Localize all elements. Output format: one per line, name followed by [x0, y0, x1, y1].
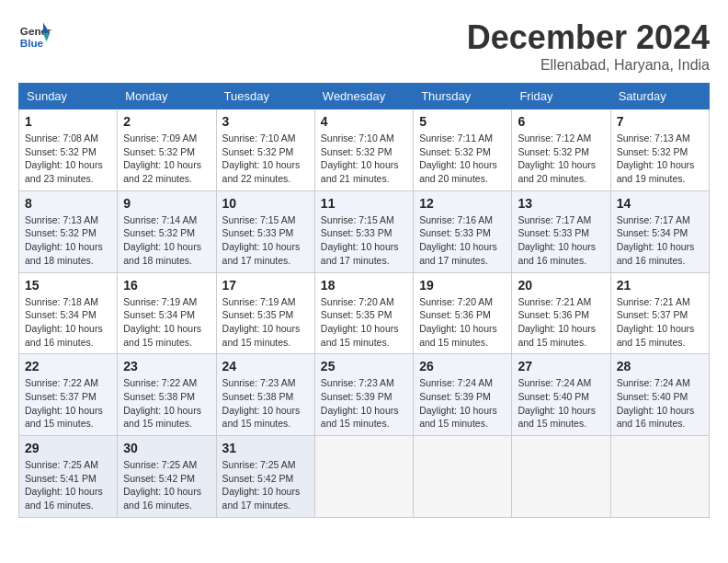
day-info: Sunrise: 7:15 AM Sunset: 5:33 PM Dayligh…: [321, 213, 407, 268]
svg-marker-3: [43, 33, 50, 41]
calendar-cell: 27Sunrise: 7:24 AM Sunset: 5:40 PM Dayli…: [512, 354, 610, 436]
calendar-cell: 25Sunrise: 7:23 AM Sunset: 5:39 PM Dayli…: [314, 354, 413, 436]
calendar-table: SundayMondayTuesdayWednesdayThursdayFrid…: [18, 83, 710, 518]
day-info: Sunrise: 7:18 AM Sunset: 5:34 PM Dayligh…: [25, 295, 111, 350]
calendar-cell: 3Sunrise: 7:10 AM Sunset: 5:32 PM Daylig…: [216, 109, 314, 191]
day-info: Sunrise: 7:22 AM Sunset: 5:37 PM Dayligh…: [25, 376, 111, 431]
day-number: 31: [222, 441, 309, 455]
weekday-header-monday: Monday: [118, 84, 216, 109]
day-info: Sunrise: 7:25 AM Sunset: 5:42 PM Dayligh…: [123, 458, 210, 512]
day-info: Sunrise: 7:21 AM Sunset: 5:37 PM Dayligh…: [617, 295, 703, 350]
day-info: Sunrise: 7:11 AM Sunset: 5:32 PM Dayligh…: [419, 132, 506, 186]
day-number: 3: [222, 114, 309, 129]
calendar-cell: 11Sunrise: 7:15 AM Sunset: 5:33 PM Dayli…: [314, 190, 413, 272]
calendar-cell: 22Sunrise: 7:22 AM Sunset: 5:37 PM Dayli…: [19, 354, 118, 436]
calendar-cell: 4Sunrise: 7:10 AM Sunset: 5:32 PM Daylig…: [314, 109, 413, 191]
day-number: 8: [25, 196, 111, 211]
calendar-cell: 5Sunrise: 7:11 AM Sunset: 5:32 PM Daylig…: [414, 109, 512, 191]
weekday-header-sunday: Sunday: [19, 84, 118, 109]
day-info: Sunrise: 7:12 AM Sunset: 5:32 PM Dayligh…: [518, 132, 604, 186]
calendar-cell: 28Sunrise: 7:24 AM Sunset: 5:40 PM Dayli…: [610, 354, 709, 436]
weekday-header-row: SundayMondayTuesdayWednesdayThursdayFrid…: [19, 84, 710, 109]
title-area: December 2024 Ellenabad, Haryana, India: [467, 18, 710, 74]
logo-icon: General Blue: [18, 18, 51, 52]
calendar-cell: 29Sunrise: 7:25 AM Sunset: 5:41 PM Dayli…: [19, 436, 118, 518]
calendar-cell: 8Sunrise: 7:13 AM Sunset: 5:32 PM Daylig…: [19, 190, 118, 272]
calendar-cell: [414, 436, 512, 518]
calendar-cell: 9Sunrise: 7:14 AM Sunset: 5:32 PM Daylig…: [118, 190, 216, 272]
calendar-cell: 14Sunrise: 7:17 AM Sunset: 5:34 PM Dayli…: [610, 190, 709, 272]
weekday-header-saturday: Saturday: [610, 84, 709, 109]
day-info: Sunrise: 7:23 AM Sunset: 5:38 PM Dayligh…: [222, 376, 309, 431]
day-number: 10: [222, 196, 309, 211]
day-number: 7: [617, 114, 703, 129]
calendar-week-row: 22Sunrise: 7:22 AM Sunset: 5:37 PM Dayli…: [19, 354, 710, 436]
day-number: 30: [123, 441, 210, 455]
calendar-week-row: 8Sunrise: 7:13 AM Sunset: 5:32 PM Daylig…: [19, 190, 710, 272]
day-number: 4: [321, 114, 407, 129]
day-info: Sunrise: 7:09 AM Sunset: 5:32 PM Dayligh…: [123, 132, 210, 186]
day-info: Sunrise: 7:17 AM Sunset: 5:34 PM Dayligh…: [617, 213, 703, 268]
day-info: Sunrise: 7:10 AM Sunset: 5:32 PM Dayligh…: [321, 132, 407, 186]
day-number: 9: [123, 196, 210, 211]
day-number: 20: [518, 278, 604, 293]
day-info: Sunrise: 7:08 AM Sunset: 5:32 PM Dayligh…: [25, 132, 111, 186]
calendar-cell: [610, 436, 709, 518]
calendar-week-row: 1Sunrise: 7:08 AM Sunset: 5:32 PM Daylig…: [19, 109, 710, 191]
day-info: Sunrise: 7:22 AM Sunset: 5:38 PM Dayligh…: [123, 376, 210, 431]
calendar-week-row: 29Sunrise: 7:25 AM Sunset: 5:41 PM Dayli…: [19, 436, 710, 518]
calendar-cell: 1Sunrise: 7:08 AM Sunset: 5:32 PM Daylig…: [19, 109, 118, 191]
calendar-cell: 2Sunrise: 7:09 AM Sunset: 5:32 PM Daylig…: [118, 109, 216, 191]
calendar-cell: [512, 436, 610, 518]
day-info: Sunrise: 7:17 AM Sunset: 5:33 PM Dayligh…: [518, 213, 604, 268]
day-number: 25: [321, 359, 407, 373]
calendar-cell: 15Sunrise: 7:18 AM Sunset: 5:34 PM Dayli…: [19, 272, 118, 354]
day-number: 29: [25, 441, 111, 455]
calendar-cell: 26Sunrise: 7:24 AM Sunset: 5:39 PM Dayli…: [414, 354, 512, 436]
calendar-cell: 13Sunrise: 7:17 AM Sunset: 5:33 PM Dayli…: [512, 190, 610, 272]
calendar-cell: 12Sunrise: 7:16 AM Sunset: 5:33 PM Dayli…: [414, 190, 512, 272]
calendar-cell: 20Sunrise: 7:21 AM Sunset: 5:36 PM Dayli…: [512, 272, 610, 354]
day-number: 12: [419, 196, 506, 211]
day-number: 27: [518, 359, 604, 373]
day-number: 19: [419, 278, 506, 293]
svg-text:Blue: Blue: [20, 37, 44, 49]
day-info: Sunrise: 7:19 AM Sunset: 5:34 PM Dayligh…: [123, 295, 210, 350]
month-title: December 2024: [467, 18, 710, 57]
page-header: General Blue December 2024 Ellenabad, Ha…: [18, 18, 710, 74]
day-number: 5: [419, 114, 506, 129]
day-info: Sunrise: 7:25 AM Sunset: 5:42 PM Dayligh…: [222, 458, 309, 512]
calendar-cell: 21Sunrise: 7:21 AM Sunset: 5:37 PM Dayli…: [610, 272, 709, 354]
day-info: Sunrise: 7:15 AM Sunset: 5:33 PM Dayligh…: [222, 213, 309, 268]
day-info: Sunrise: 7:24 AM Sunset: 5:39 PM Dayligh…: [419, 376, 506, 431]
calendar-cell: 18Sunrise: 7:20 AM Sunset: 5:35 PM Dayli…: [314, 272, 413, 354]
weekday-header-thursday: Thursday: [414, 84, 512, 109]
calendar-week-row: 15Sunrise: 7:18 AM Sunset: 5:34 PM Dayli…: [19, 272, 710, 354]
calendar-cell: 16Sunrise: 7:19 AM Sunset: 5:34 PM Dayli…: [118, 272, 216, 354]
day-number: 21: [617, 278, 703, 293]
day-info: Sunrise: 7:20 AM Sunset: 5:36 PM Dayligh…: [419, 295, 506, 350]
calendar-cell: [314, 436, 413, 518]
day-number: 6: [518, 114, 604, 129]
day-number: 16: [123, 278, 210, 293]
calendar-cell: 6Sunrise: 7:12 AM Sunset: 5:32 PM Daylig…: [512, 109, 610, 191]
day-info: Sunrise: 7:23 AM Sunset: 5:39 PM Dayligh…: [321, 376, 407, 431]
day-info: Sunrise: 7:19 AM Sunset: 5:35 PM Dayligh…: [222, 295, 309, 350]
calendar-cell: 23Sunrise: 7:22 AM Sunset: 5:38 PM Dayli…: [118, 354, 216, 436]
day-info: Sunrise: 7:16 AM Sunset: 5:33 PM Dayligh…: [419, 213, 506, 268]
day-number: 13: [518, 196, 604, 211]
calendar-cell: 10Sunrise: 7:15 AM Sunset: 5:33 PM Dayli…: [216, 190, 314, 272]
location: Ellenabad, Haryana, India: [467, 57, 710, 74]
day-number: 14: [617, 196, 703, 211]
weekday-header-tuesday: Tuesday: [216, 84, 314, 109]
day-number: 1: [25, 114, 111, 129]
day-info: Sunrise: 7:13 AM Sunset: 5:32 PM Dayligh…: [25, 213, 111, 268]
day-number: 22: [25, 359, 111, 373]
day-number: 24: [222, 359, 309, 373]
day-number: 18: [321, 278, 407, 293]
weekday-header-friday: Friday: [512, 84, 610, 109]
calendar-cell: 19Sunrise: 7:20 AM Sunset: 5:36 PM Dayli…: [414, 272, 512, 354]
calendar-cell: 31Sunrise: 7:25 AM Sunset: 5:42 PM Dayli…: [216, 436, 314, 518]
day-info: Sunrise: 7:13 AM Sunset: 5:32 PM Dayligh…: [617, 132, 703, 186]
day-info: Sunrise: 7:21 AM Sunset: 5:36 PM Dayligh…: [518, 295, 604, 350]
